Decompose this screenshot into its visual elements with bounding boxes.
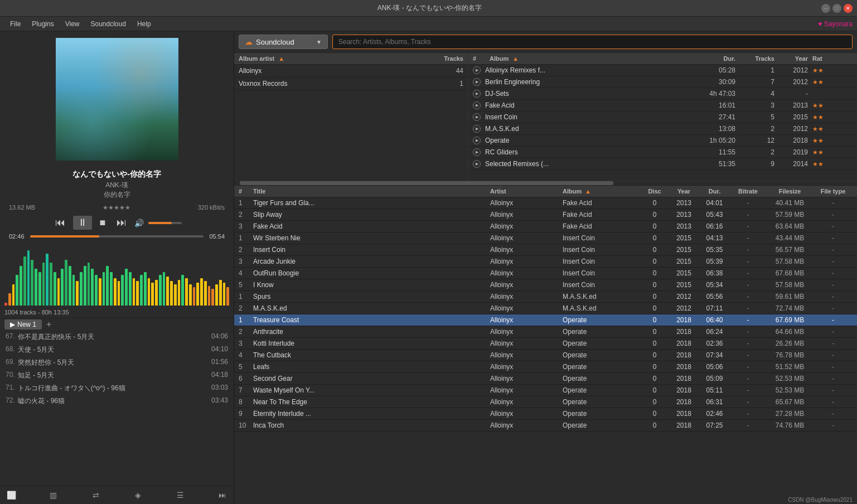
menu-plugins[interactable]: Plugins [26, 19, 59, 29]
track-artist: Alloinyx [490, 328, 563, 336]
minimize-button[interactable]: ─ [821, 4, 830, 13]
album-play-icon[interactable]: ▶ [473, 101, 481, 109]
track-row[interactable]: 6 Second Gear Alloinyx Operate 0 2018 05… [234, 373, 857, 385]
track-row[interactable]: 1 Wir Sterben Nie Alloinyx Insert Coin 0… [234, 232, 857, 244]
waveform-button[interactable]: ◈ [131, 488, 144, 502]
menu-view[interactable]: View [60, 19, 85, 29]
track-num: 2 [239, 211, 253, 219]
prev-button[interactable]: ⏮ [52, 216, 69, 230]
playlist-item[interactable]: 71. トルコ行進曲 - オワタ＼(^o^) - 96猫 03:03 [2, 382, 231, 395]
track-row[interactable]: 1 Tiger Furs and Gla... Alloinyx Fake Ac… [234, 197, 857, 209]
artist-row[interactable]: Alloinyx 44 [234, 65, 468, 77]
track-meta: 13.62 MB ★★★★★ 320 kBit/s [0, 202, 234, 214]
album-play-icon[interactable]: ▶ [473, 160, 481, 168]
track-row[interactable]: 1 Treasure Coast Alloinyx Operate 0 2018… [234, 314, 857, 326]
monitor-button[interactable]: ⬜ [4, 488, 18, 502]
track-artist: Alloinyx [490, 316, 563, 324]
playlist-item[interactable]: 68. 天使 - 5月天 04:10 [2, 343, 231, 356]
time-total: 05:54 [207, 233, 225, 240]
album-play-icon[interactable]: ▶ [473, 137, 481, 144]
album-row[interactable]: ▶ M.A.S.K.ed 13:08 2 2012 ★★ [468, 123, 857, 135]
source-selector[interactable]: ☁ Soundcloud ▼ [239, 35, 328, 49]
close-button[interactable]: ✕ [844, 4, 853, 13]
playlist-item[interactable]: 70. 知足 - 5月天 04:18 [2, 369, 231, 382]
playlist-item[interactable]: 72. 嘘の火花 - 96猫 03:43 [2, 395, 231, 408]
album-play-icon[interactable]: ▶ [473, 90, 481, 98]
album-row[interactable]: ▶ Operate 1h 05:20 12 2018 ★★ [468, 135, 857, 147]
track-row[interactable]: 2 Anthracite Alloinyx Operate 0 2018 06:… [234, 326, 857, 338]
playlist-item-title: 嘘の火花 - 96猫 [18, 396, 211, 406]
menu-file[interactable]: File [4, 19, 26, 29]
shuffle-button[interactable]: ⇄ [89, 488, 103, 502]
next-button[interactable]: ⏭ [113, 216, 130, 230]
track-row[interactable]: 2 Slip Away Alloinyx Fake Acid 0 2013 05… [234, 209, 857, 221]
playlist[interactable]: 67. 你不是真正的快乐 - 5月天 04:06 68. 天使 - 5月天 04… [0, 331, 234, 486]
track-row[interactable]: 5 Leafs Alloinyx Operate 0 2018 05:06 - … [234, 361, 857, 373]
artist-tracks: 1 [419, 80, 463, 88]
tracks-list[interactable]: 1 Tiger Furs and Gla... Alloinyx Fake Ac… [234, 197, 857, 504]
track-filesize: 51.52 MB [766, 363, 814, 371]
track-row[interactable]: 5 I Know Alloinyx Insert Coin 0 2015 05:… [234, 279, 857, 291]
eq-bar-59 [226, 287, 229, 306]
artist-row[interactable]: Voxnox Records 1 [234, 77, 468, 90]
horizontal-scrollbar[interactable] [234, 181, 857, 186]
maximize-button[interactable]: □ [832, 4, 841, 13]
progress-bar[interactable] [30, 235, 204, 238]
track-album: Insert Coin [563, 258, 641, 265]
playlist-item[interactable]: 69. 突然好想你 - 5月天 01:56 [2, 356, 231, 369]
track-row[interactable]: 4 The Cutback Alloinyx Operate 0 2018 07… [234, 350, 857, 361]
album-row[interactable]: ▶ Fake Acid 16:01 3 2013 ★★ [468, 100, 857, 112]
track-row[interactable]: 3 Kotti Interlude Alloinyx Operate 0 201… [234, 338, 857, 350]
track-row[interactable]: 4 OutRun Boogie Alloinyx Insert Coin 0 2… [234, 268, 857, 279]
playlist-item[interactable]: 67. 你不是真正的快乐 - 5月天 04:06 [2, 331, 231, 343]
search-input[interactable] [332, 35, 853, 49]
track-row[interactable]: 1 Spurs Alloinyx M.A.S.K.ed 0 2012 05:56… [234, 291, 857, 303]
album-play-icon[interactable]: ▶ [473, 148, 481, 156]
track-row[interactable]: 10 Inca Torch Alloinyx Operate 0 2018 07… [234, 420, 857, 432]
album-row[interactable]: ▶ RC Gliders 11:55 2 2019 ★★ [468, 147, 857, 158]
track-filesize: 63.64 MB [766, 222, 814, 230]
track-num: 3 [239, 222, 253, 230]
album-row[interactable]: ▶ Insert Coin 27:41 5 2015 ★★ [468, 112, 857, 123]
album-row[interactable]: ▶ DJ-Sets 4h 47:03 4 - [468, 88, 857, 100]
play-pause-button[interactable]: ⏸ [73, 216, 92, 230]
star-rating[interactable]: ★★★★★ [103, 204, 130, 211]
track-row[interactable]: 2 M.A.S.K.ed Alloinyx M.A.S.K.ed 0 2012 … [234, 303, 857, 314]
track-title: OutRun Boogie [253, 269, 490, 277]
track-row[interactable]: 3 Arcade Junkie Alloinyx Insert Coin 0 2… [234, 256, 857, 268]
track-num: 3 [239, 258, 253, 265]
track-row[interactable]: 7 Waste Myself On Y... Alloinyx Operate … [234, 385, 857, 396]
album-dur-col: Dur. [691, 55, 735, 62]
skip-end-button[interactable]: ⏭ [216, 488, 229, 502]
track-year: 2018 [669, 386, 699, 394]
stop-button[interactable]: ■ [96, 216, 109, 230]
album-play-icon[interactable]: ▶ [473, 66, 481, 74]
svg-point-9 [123, 105, 134, 116]
track-row[interactable]: 2 Insert Coin Alloinyx Insert Coin 0 201… [234, 244, 857, 256]
track-row[interactable]: 8 Near To The Edge Alloinyx Operate 0 20… [234, 396, 857, 408]
sidebar-button[interactable]: ▥ [47, 488, 60, 502]
album-duration: 51:35 [691, 160, 735, 168]
track-row[interactable]: 3 Fake Acid Alloinyx Fake Acid 0 2013 06… [234, 221, 857, 232]
playlist-tab-new1[interactable]: ▶ New 1 [4, 319, 42, 329]
eq-bar-1 [8, 293, 11, 306]
album-row[interactable]: ▶ Alloinyx Remixes f... 05:28 1 2012 ★★ [468, 65, 857, 76]
track-year: 2018 [669, 316, 699, 324]
list-button[interactable]: ☰ [173, 488, 187, 502]
album-row[interactable]: ▶ Selected Remixes (... 51:35 9 2014 ★★ [468, 158, 857, 170]
track-album: Operate [563, 351, 641, 359]
volume-bar[interactable] [148, 222, 182, 224]
track-filetype: - [814, 421, 853, 429]
track-row[interactable]: 9 Eternity Interlude ... Alloinyx Operat… [234, 408, 857, 420]
album-play-icon[interactable]: ▶ [473, 113, 481, 121]
track-artist: Alloinyx [490, 340, 563, 347]
album-name: DJ-Sets [485, 90, 691, 98]
sayonara-link[interactable]: ♥ Sayonara [818, 20, 853, 28]
album-row[interactable]: ▶ Berlin Engineering 30:09 7 2012 ★★ [468, 76, 857, 88]
menu-soundcloud[interactable]: Soundcloud [85, 19, 132, 29]
menu-help[interactable]: Help [132, 19, 157, 29]
album-play-icon[interactable]: ▶ [473, 78, 481, 86]
track-filetype: - [814, 316, 853, 324]
album-play-icon[interactable]: ▶ [473, 125, 481, 133]
add-playlist-button[interactable]: + [44, 319, 54, 329]
